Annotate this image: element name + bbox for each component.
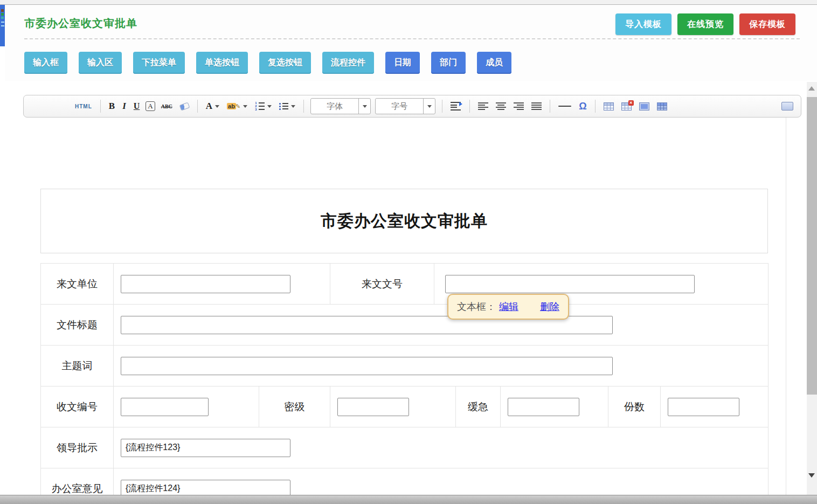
online-preview-button[interactable]: 在线预览 [677, 13, 733, 35]
vertical-scrollbar[interactable] [807, 82, 817, 495]
document-title-box: 市委办公室收文审批单 [40, 189, 768, 253]
leader-instructions-input[interactable] [121, 439, 290, 457]
toolbar-separator [303, 100, 304, 113]
widget-department-button[interactable]: 部门 [431, 52, 466, 74]
subject-words-input[interactable] [121, 357, 613, 375]
align-right-button[interactable] [512, 101, 525, 112]
sliver-glyph [1, 17, 4, 19]
label-subject-words: 主题词 [41, 346, 114, 386]
eraser-icon [179, 102, 190, 111]
indent-icon [451, 102, 461, 111]
label-security-level: 密级 [259, 386, 330, 427]
highlight-color-button[interactable]: ab ✎ [225, 102, 249, 111]
align-justify-button[interactable] [530, 101, 543, 112]
combo-arrow[interactable] [358, 99, 370, 114]
sliver-glyph [1, 25, 4, 26]
cell-leader-instructions [114, 427, 768, 468]
font-size-select[interactable]: 字号 [375, 98, 435, 114]
chevron-down-icon [215, 105, 219, 108]
italic-button[interactable]: I [121, 100, 128, 113]
tooltip-label: 文本框： [457, 300, 496, 313]
align-left-button[interactable] [476, 101, 490, 112]
page-title: 市委办公室收文审批单 [24, 16, 137, 31]
cell-incoming-unit [114, 264, 330, 305]
document-number-input[interactable] [445, 275, 695, 293]
special-char-button[interactable]: Ω [577, 100, 588, 113]
table-row: 收文编号 密级 缓急 份数 [41, 386, 768, 427]
chevron-down-icon [291, 105, 295, 108]
toolbar-separator [100, 100, 101, 113]
widget-member-button[interactable]: 成员 [477, 52, 511, 74]
cell-copies [661, 386, 768, 427]
toolbar-separator [550, 100, 550, 113]
receipt-number-input[interactable] [121, 398, 209, 416]
editor-canvas[interactable]: 市委办公室收文审批单 来文单位 来文文号 文件标题 主题词 [23, 118, 786, 495]
scroll-up-arrow[interactable] [808, 86, 815, 91]
cell-properties-button[interactable] [655, 101, 669, 112]
cell-receipt-number [114, 386, 259, 427]
header: 市委办公室收文审批单 导入模板 在线预览 保存模板 输入框 输入区 下拉菜单 单… [5, 5, 817, 81]
widget-input-box-button[interactable]: 输入框 [24, 52, 67, 74]
office-opinion-input[interactable] [121, 480, 290, 495]
delete-link[interactable]: 删除 [540, 300, 559, 313]
cell-security-level [330, 386, 456, 427]
label-incoming-unit: 来文单位 [41, 264, 114, 305]
widget-textarea-button[interactable]: 输入区 [79, 52, 122, 74]
editor-toolbar: HTML B I U A ABC A ab ✎ 1 2 3 字体 字号 [23, 95, 801, 118]
widget-flow-control-button[interactable]: 流程控件 [322, 52, 374, 74]
scroll-down-arrow[interactable] [808, 473, 815, 478]
source-code-button[interactable]: HTML [73, 102, 94, 111]
align-justify-icon [531, 102, 542, 111]
remove-format-button[interactable] [178, 102, 191, 111]
widget-radio-button[interactable]: 单选按钮 [196, 52, 248, 74]
table-row: 办公室意见 [41, 468, 768, 495]
delete-table-button[interactable] [620, 101, 633, 112]
font-color-button[interactable]: A [204, 100, 221, 113]
insert-table-button[interactable] [602, 101, 615, 112]
document-title: 市委办公室收文审批单 [321, 210, 488, 232]
strikethrough-button[interactable]: ABC [160, 102, 174, 111]
underline-button[interactable]: U [132, 100, 142, 112]
align-center-button[interactable] [494, 101, 508, 112]
widget-checkbox-button[interactable]: 复选按钮 [259, 52, 311, 74]
approval-form-table: 来文单位 来文文号 文件标题 主题词 收文编号 密 [40, 263, 768, 495]
autoformat-button[interactable]: A [146, 101, 155, 111]
ordered-list-icon: 1 2 3 [255, 102, 265, 111]
align-center-icon [496, 102, 506, 111]
label-office-opinion: 办公室意见 [41, 468, 114, 495]
toolbar-separator [595, 100, 596, 113]
indent-button[interactable] [449, 101, 463, 112]
ordered-list-button[interactable]: 1 2 3 [253, 101, 273, 112]
copies-input[interactable] [668, 398, 739, 416]
cell-urgency [501, 386, 608, 427]
table-row: 领导批示 [41, 427, 768, 468]
scrollbar-thumb[interactable] [807, 97, 817, 395]
highlight-icon: ab [227, 103, 236, 109]
label-receipt-number: 收文编号 [41, 386, 114, 427]
cell-properties-icon [657, 102, 667, 111]
bullet-list-button[interactable] [278, 102, 297, 111]
table-icon [604, 102, 614, 111]
font-color-icon: A [206, 101, 212, 112]
bold-button[interactable]: B [107, 100, 116, 113]
dashed-divider [24, 38, 800, 39]
table-properties-button[interactable] [638, 101, 651, 112]
edit-link[interactable]: 编辑 [499, 300, 518, 313]
label-leader-instructions: 领导批示 [41, 427, 114, 468]
save-template-button[interactable]: 保存模板 [739, 13, 795, 35]
font-family-select[interactable]: 字体 [310, 98, 371, 114]
widget-dropdown-button[interactable]: 下拉菜单 [133, 52, 185, 74]
chevron-down-icon [427, 105, 432, 108]
sliver-glyph [1, 13, 4, 16]
urgency-input[interactable] [508, 398, 579, 416]
security-level-input[interactable] [337, 398, 409, 416]
widget-date-button[interactable]: 日期 [385, 52, 420, 74]
incoming-unit-input[interactable] [121, 275, 290, 293]
import-template-button[interactable]: 导入模板 [615, 13, 671, 35]
horizontal-rule-button[interactable] [557, 105, 573, 108]
fullscreen-button[interactable] [781, 102, 793, 111]
label-urgency: 缓急 [456, 386, 501, 427]
table-row: 文件标题 [41, 305, 768, 346]
combo-arrow[interactable] [423, 99, 435, 114]
sliver-glyph [1, 22, 4, 23]
